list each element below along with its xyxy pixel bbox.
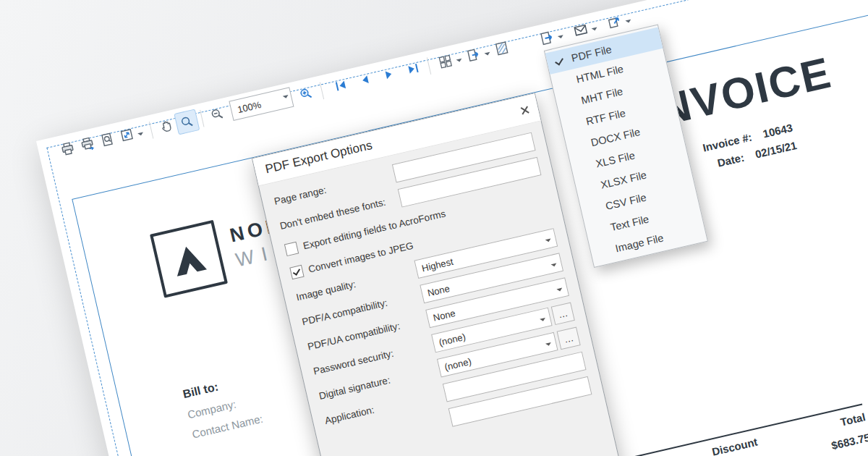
toolbar-separator	[320, 83, 324, 100]
menu-item-label: Image File	[614, 232, 665, 255]
bill-to-section: Bill to: Company: Contact Name:	[182, 372, 264, 441]
first-page-button[interactable]	[329, 73, 354, 98]
convert-jpeg-checkbox[interactable]	[289, 264, 304, 279]
zoom-level-combobox[interactable]: 100%	[229, 87, 294, 121]
toolbar-separator	[427, 57, 431, 75]
watermark-button[interactable]	[490, 36, 514, 61]
toolbar-group-layout	[433, 36, 514, 74]
send-email-button[interactable]	[569, 18, 593, 43]
toolbar-separator	[149, 122, 153, 139]
multiple-pages-button[interactable]	[433, 49, 458, 74]
check-icon	[555, 56, 563, 65]
invoice-number-value: 10643	[762, 122, 793, 140]
toolbar-group-zoom: 100%	[205, 82, 318, 127]
check-icon	[292, 267, 299, 276]
multiple-pages-dropdown-caret[interactable]	[456, 58, 463, 65]
open-window-button[interactable]	[603, 10, 627, 35]
toolbar-group-tools	[154, 109, 200, 139]
print-preview-window: 100%	[36, 0, 868, 456]
scale-button[interactable]	[115, 123, 140, 148]
open-window-dropdown-caret[interactable]	[625, 19, 632, 26]
discount-header: Discount	[687, 430, 781, 456]
quantity-header: Quantity	[610, 451, 690, 456]
chevron-down-icon	[545, 342, 553, 350]
desktop-background: 100%	[0, 0, 868, 456]
invoice-date-value: 02/15/21	[754, 139, 798, 161]
invoice-table: Quantity Discount Total $683.75	[608, 403, 868, 456]
next-page-button[interactable]	[377, 62, 401, 87]
previous-page-button[interactable]	[353, 68, 378, 93]
digital-signature-ellipsis-button[interactable]: …	[557, 327, 581, 350]
send-email-dropdown-caret[interactable]	[592, 27, 599, 34]
chevron-down-icon	[545, 238, 553, 245]
zoom-level-value: 100%	[231, 94, 284, 117]
acroforms-checkbox[interactable]	[284, 241, 299, 256]
close-icon	[519, 104, 530, 116]
scale-dropdown-caret[interactable]	[137, 132, 145, 139]
send-dropdown-caret[interactable]	[484, 51, 491, 59]
chevron-down-icon	[540, 318, 547, 325]
toolbar-group-print	[56, 121, 148, 161]
send-button[interactable]	[461, 43, 486, 67]
zoom-out-button[interactable]	[205, 102, 229, 127]
mountain-icon	[162, 232, 216, 286]
dialog-close-button[interactable]	[511, 97, 537, 123]
chevron-down-icon	[551, 263, 558, 271]
toolbar-group-navigation	[329, 56, 425, 98]
logo-frame	[150, 220, 228, 298]
export-document-button[interactable]	[535, 26, 559, 51]
last-page-button[interactable]	[401, 56, 425, 81]
zoom-dropdown-caret[interactable]	[283, 95, 290, 102]
chevron-down-icon	[556, 288, 563, 295]
export-document-dropdown-caret[interactable]	[558, 35, 565, 42]
invoice-date-label: Date:	[716, 151, 745, 169]
magnifier-tool-button[interactable]	[174, 109, 200, 135]
zoom-in-button[interactable]	[294, 82, 318, 106]
password-security-ellipsis-button[interactable]: …	[551, 302, 575, 325]
toolbar-separator	[200, 110, 204, 127]
